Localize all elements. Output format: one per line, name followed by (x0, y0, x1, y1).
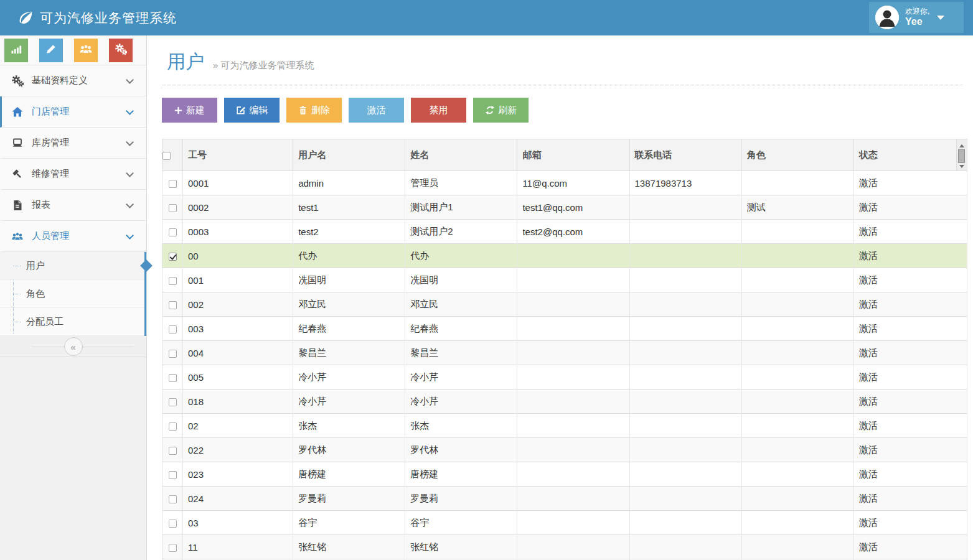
table-row[interactable]: 001冼国明冼国明激活 (162, 268, 967, 292)
row-checkbox[interactable] (169, 228, 177, 236)
table-row[interactable]: 00代办代办激活 (162, 244, 967, 268)
scrollbar-track[interactable] (957, 139, 967, 170)
cell-phone (629, 195, 741, 220)
scroll-down-icon[interactable] (959, 165, 964, 168)
row-checkbox-cell (162, 341, 183, 365)
cell-email (517, 535, 629, 559)
cell-username: 代办 (293, 244, 405, 268)
column-header-role[interactable]: 角色 (741, 139, 853, 171)
cell-status: 激活 (853, 487, 967, 511)
cell-username: 纪春燕 (293, 317, 405, 341)
table-row[interactable]: 024罗曼莉罗曼莉激活 (162, 487, 967, 511)
cell-id: 11 (183, 535, 293, 559)
cell-username: 冼国明 (293, 268, 405, 292)
user-menu[interactable]: 欢迎你, Yee (869, 2, 964, 33)
refresh-button[interactable]: 刷新 (473, 98, 529, 123)
personnel-submenu: 用户 角色 分配员工 (0, 252, 146, 336)
cell-role (741, 220, 853, 244)
row-checkbox[interactable] (169, 398, 177, 406)
edit-button[interactable] (39, 39, 63, 62)
cell-status: 激活 (853, 511, 967, 535)
divider (162, 85, 963, 85)
table-row[interactable]: 02张杰张杰激活 (162, 414, 967, 438)
table-row[interactable]: 03谷宇谷宇激活 (162, 511, 967, 535)
row-checkbox-cell (162, 244, 183, 268)
new-button[interactable]: 新建 (162, 98, 217, 123)
cell-phone (629, 292, 741, 317)
delete-button[interactable]: 删除 (286, 98, 342, 123)
row-checkbox[interactable] (169, 520, 177, 528)
column-header-username[interactable]: 用户名 (293, 139, 405, 171)
row-checkbox[interactable] (169, 204, 177, 212)
table-row[interactable]: 0002test1测试用户1test1@qq.com测试激活 (162, 195, 967, 220)
row-checkbox-cell (162, 292, 183, 317)
sidebar-item-warehouse[interactable]: 库房管理 (0, 128, 146, 159)
cell-id: 004 (183, 341, 293, 365)
column-header-email[interactable]: 邮箱 (517, 139, 629, 171)
row-checkbox[interactable] (169, 471, 177, 479)
cell-role (741, 511, 853, 535)
sidebar-item-reports[interactable]: 报表 (0, 190, 146, 221)
row-checkbox[interactable] (169, 350, 177, 358)
row-checkbox[interactable] (169, 495, 177, 503)
select-all-checkbox[interactable] (162, 152, 171, 160)
cell-status: 激活 (853, 244, 967, 268)
table-row[interactable]: 022罗代林罗代林激活 (162, 438, 967, 462)
settings-button[interactable] (109, 39, 133, 62)
row-checkbox[interactable] (169, 277, 177, 285)
cell-status: 激活 (853, 535, 967, 559)
sidebar-item-users[interactable]: 用户 (0, 252, 144, 280)
table-row[interactable]: 004黎昌兰黎昌兰激活 (162, 341, 967, 365)
row-checkbox[interactable] (169, 253, 177, 261)
cell-role (741, 390, 853, 414)
cell-phone (629, 365, 741, 390)
table-row[interactable]: 003纪春燕纪春燕激活 (162, 317, 967, 341)
table-row[interactable]: 005冷小芹冷小芹激活 (162, 365, 967, 390)
breadcrumb-text: 可为汽修业务管理系统 (221, 60, 314, 70)
row-checkbox[interactable] (169, 447, 177, 455)
activate-button[interactable]: 激活 (349, 98, 404, 123)
sidebar-item-personnel[interactable]: 人员管理 (0, 221, 146, 252)
row-checkbox-cell (162, 487, 183, 511)
cell-username: 张红铭 (293, 535, 405, 559)
sidebar-item-stores[interactable]: 门店管理 (0, 96, 146, 128)
edit-button[interactable]: 编辑 (224, 98, 280, 123)
cell-phone (629, 414, 741, 438)
table-row[interactable]: 11张红铭张红铭激活 (162, 535, 967, 559)
column-header-id[interactable]: 工号 (183, 139, 293, 171)
cell-name: 冼国明 (405, 268, 517, 292)
column-header-phone[interactable]: 联系电话 (629, 139, 741, 171)
sidebar-item-roles[interactable]: 角色 (0, 280, 144, 308)
chart-button[interactable] (4, 39, 28, 62)
row-checkbox[interactable] (169, 422, 177, 431)
sidebar-item-assign-staff[interactable]: 分配员工 (0, 308, 144, 336)
table-row[interactable]: 023唐榜建唐榜建激活 (162, 462, 967, 487)
row-checkbox[interactable] (169, 301, 177, 309)
cell-id: 0001 (183, 171, 293, 195)
column-header-name[interactable]: 姓名 (405, 139, 517, 171)
row-checkbox[interactable] (169, 325, 177, 334)
cell-name: 张杰 (405, 414, 517, 438)
sidebar-item-base-data[interactable]: 基础资料定义 (0, 65, 146, 96)
table-row[interactable]: 002邓立民邓立民激活 (162, 292, 967, 317)
cell-phone (629, 317, 741, 341)
sidebar-item-repair[interactable]: 维修管理 (0, 159, 146, 190)
sidebar-collapse-button[interactable]: « (64, 337, 83, 356)
cell-role: 测试 (741, 195, 853, 220)
sidebar-item-label: 维修管理 (32, 168, 69, 180)
cell-status: 激活 (853, 268, 967, 292)
column-header-status[interactable]: 状态 (853, 139, 956, 171)
disable-button[interactable]: 禁用 (411, 98, 466, 123)
users-button[interactable] (74, 39, 98, 62)
table-row[interactable]: 0003test2测试用户2test2@qq.com激活 (162, 220, 967, 244)
row-checkbox[interactable] (169, 374, 177, 382)
row-checkbox[interactable] (169, 544, 177, 552)
cell-role (741, 535, 853, 559)
scrollbar-thumb[interactable] (958, 149, 965, 163)
cell-role (741, 487, 853, 511)
row-checkbox[interactable] (169, 180, 177, 188)
table-row[interactable]: 0001admin管理员11@q.com13871983713激活 (162, 171, 967, 195)
table-row[interactable]: 018冷小芹冷小芹激活 (162, 390, 967, 414)
scroll-up-icon[interactable] (959, 144, 964, 147)
home-icon (11, 106, 24, 118)
